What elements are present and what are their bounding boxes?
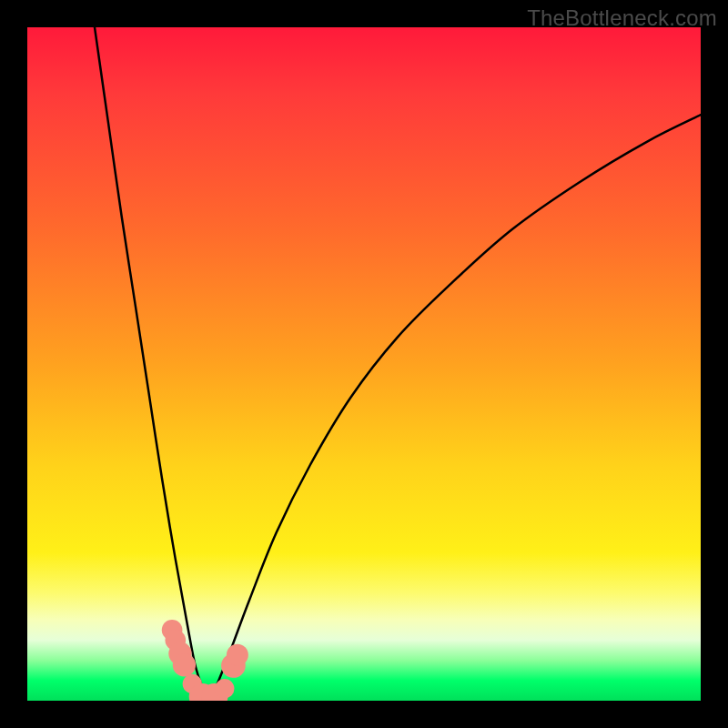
plot-area bbox=[27, 27, 701, 701]
highlight-dot bbox=[227, 644, 248, 666]
highlight-dot bbox=[173, 653, 196, 676]
highlight-dot bbox=[215, 679, 234, 698]
chart-frame: TheBottleneck.com bbox=[0, 0, 728, 728]
highlight-dots-layer bbox=[27, 27, 701, 701]
